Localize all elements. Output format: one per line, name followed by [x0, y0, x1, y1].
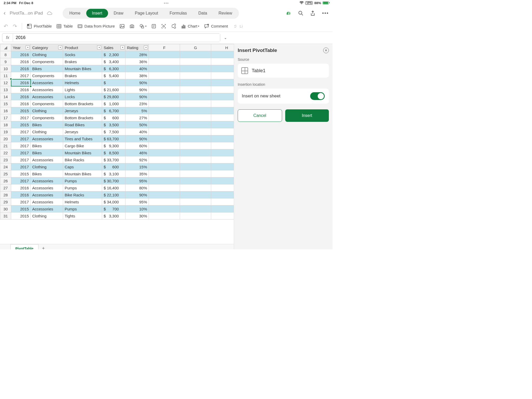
- row-header[interactable]: 9: [0, 58, 11, 65]
- cell[interactable]: $ 3,300: [102, 212, 125, 220]
- cell[interactable]: Tights: [63, 212, 102, 220]
- cell[interactable]: [211, 205, 234, 212]
- cell[interactable]: 27%: [125, 114, 149, 121]
- cell[interactable]: 2017: [11, 114, 31, 121]
- cell[interactable]: 2017: [11, 163, 31, 170]
- row-header[interactable]: 17: [0, 114, 11, 121]
- cell[interactable]: 90%: [125, 79, 149, 86]
- cell[interactable]: $ 3,500: [102, 121, 125, 128]
- tab-review[interactable]: Review: [213, 9, 238, 18]
- cell[interactable]: Bikes: [31, 142, 63, 149]
- cell[interactable]: Clothing: [31, 128, 63, 135]
- row-header[interactable]: 8: [0, 51, 11, 58]
- tab-insert[interactable]: Insert: [86, 9, 108, 18]
- cell[interactable]: 50%: [125, 121, 149, 128]
- cell[interactable]: Jerseys: [63, 107, 102, 114]
- cell[interactable]: 2016: [11, 58, 31, 65]
- cell[interactable]: [211, 191, 234, 198]
- cell[interactable]: [180, 156, 211, 163]
- cell[interactable]: Socks: [63, 51, 102, 58]
- tab-home[interactable]: Home: [64, 9, 86, 18]
- cell[interactable]: 2017: [11, 177, 31, 184]
- cell[interactable]: [211, 107, 234, 114]
- cell[interactable]: Bikes: [31, 121, 63, 128]
- cell[interactable]: Bottom Brackets: [63, 114, 102, 121]
- cell[interactable]: Road Bikes: [63, 121, 102, 128]
- cell[interactable]: 2017: [11, 142, 31, 149]
- expand-formula-icon[interactable]: ⌄: [224, 36, 227, 40]
- cell[interactable]: 2016: [11, 191, 31, 198]
- cell[interactable]: $ 21,600: [102, 86, 125, 93]
- cell[interactable]: [211, 100, 234, 107]
- cell[interactable]: 2016: [11, 65, 31, 72]
- cell[interactable]: $ 6,700: [102, 107, 125, 114]
- cell[interactable]: 35%: [125, 170, 149, 177]
- cloud-sync-icon[interactable]: [47, 11, 52, 15]
- copilot-icon[interactable]: [286, 10, 291, 16]
- cell[interactable]: [180, 65, 211, 72]
- cell[interactable]: $ 600: [102, 163, 125, 170]
- cell[interactable]: Components: [31, 100, 63, 107]
- cell[interactable]: Accessories: [31, 79, 63, 86]
- data-from-picture-button[interactable]: Data from Picture: [77, 24, 115, 29]
- cell[interactable]: [211, 177, 234, 184]
- cell[interactable]: Accessories: [31, 135, 63, 142]
- shapes-icon[interactable]: ▾: [139, 24, 147, 29]
- cell[interactable]: Bikes: [31, 170, 63, 177]
- filter-dropdown-icon[interactable]: ▾: [121, 45, 124, 49]
- tab-data[interactable]: Data: [193, 9, 213, 18]
- cell[interactable]: [180, 51, 211, 58]
- cell[interactable]: 2015: [11, 107, 31, 114]
- comment-button[interactable]: + Comment: [204, 24, 228, 29]
- document-title[interactable]: PivotTa...on iPad: [10, 11, 43, 16]
- cell[interactable]: 38%: [125, 72, 149, 79]
- cell[interactable]: $ 34,000: [102, 198, 125, 205]
- table-button[interactable]: Table: [56, 24, 73, 29]
- row-header[interactable]: 19: [0, 128, 11, 135]
- cell[interactable]: Components: [31, 72, 63, 79]
- row-header[interactable]: 16: [0, 107, 11, 114]
- cell[interactable]: [149, 198, 180, 205]
- formula-input[interactable]: [13, 34, 220, 42]
- cell[interactable]: [180, 198, 211, 205]
- tab-draw[interactable]: Draw: [108, 9, 129, 18]
- textbox-icon[interactable]: [151, 24, 156, 29]
- cell[interactable]: 36%: [125, 58, 149, 65]
- cell[interactable]: [149, 212, 180, 220]
- row-header[interactable]: 18: [0, 121, 11, 128]
- cell[interactable]: 5%: [125, 107, 149, 114]
- cell[interactable]: [211, 142, 234, 149]
- cell[interactable]: [180, 93, 211, 100]
- cell[interactable]: $ 22,100: [102, 191, 125, 198]
- cell[interactable]: Bike Racks: [63, 156, 102, 163]
- cell[interactable]: [149, 93, 180, 100]
- cell[interactable]: Accessories: [31, 156, 63, 163]
- select-all-corner[interactable]: ◢: [0, 44, 11, 51]
- cell[interactable]: Pumps: [63, 184, 102, 191]
- search-icon[interactable]: [298, 11, 303, 16]
- cell[interactable]: [149, 86, 180, 93]
- cell[interactable]: Clothing: [31, 163, 63, 170]
- cell[interactable]: [149, 149, 180, 156]
- cell[interactable]: [211, 51, 234, 58]
- row-header[interactable]: 12: [0, 79, 11, 86]
- cell[interactable]: $ 3,400: [102, 58, 125, 65]
- cell[interactable]: [149, 128, 180, 135]
- column-header-rating[interactable]: Rating▾: [125, 44, 149, 51]
- cell[interactable]: [211, 149, 234, 156]
- cell[interactable]: $ 8,500: [102, 149, 125, 156]
- cell[interactable]: 2017: [11, 156, 31, 163]
- cell[interactable]: [211, 114, 234, 121]
- row-header[interactable]: 31: [0, 212, 11, 220]
- pictures-icon[interactable]: [119, 24, 125, 29]
- cell[interactable]: [211, 198, 234, 205]
- cell[interactable]: $ 33,700: [102, 156, 125, 163]
- cell[interactable]: Mountain Bikes: [63, 170, 102, 177]
- row-header[interactable]: 23: [0, 156, 11, 163]
- cell[interactable]: 46%: [125, 149, 149, 156]
- column-header-sales[interactable]: Sales▾: [102, 44, 125, 51]
- filter-dropdown-icon[interactable]: ▾: [58, 45, 62, 49]
- cell[interactable]: [211, 212, 234, 220]
- cell[interactable]: $ 600: [102, 114, 125, 121]
- column-F[interactable]: F: [149, 44, 180, 51]
